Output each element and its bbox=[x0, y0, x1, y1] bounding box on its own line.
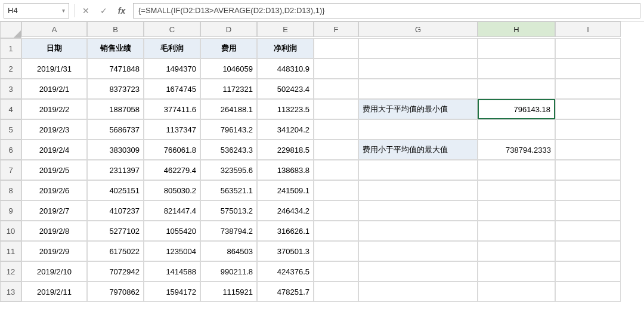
cell-H9[interactable] bbox=[478, 200, 555, 221]
cell-D6[interactable]: 536243.3 bbox=[200, 140, 257, 160]
cell-F11[interactable] bbox=[314, 241, 358, 261]
cell-I6[interactable] bbox=[555, 140, 621, 160]
cell-I10[interactable] bbox=[555, 221, 621, 241]
cell-A3[interactable]: 2019/2/1 bbox=[21, 79, 87, 99]
cell-F4[interactable] bbox=[314, 99, 358, 119]
column-header-G[interactable]: G bbox=[358, 21, 478, 37]
cell-C2[interactable]: 1494370 bbox=[144, 58, 200, 79]
cell-F7[interactable] bbox=[314, 160, 358, 180]
cell-B3[interactable]: 8373723 bbox=[87, 79, 144, 99]
cell-G11[interactable] bbox=[358, 241, 478, 261]
row-header-13[interactable]: 13 bbox=[0, 282, 21, 302]
cell-D9[interactable]: 575013.2 bbox=[200, 200, 257, 221]
column-header-A[interactable]: A bbox=[21, 21, 87, 37]
cell-B4[interactable]: 1887058 bbox=[87, 99, 144, 119]
cell-C9[interactable]: 821447.4 bbox=[144, 200, 200, 221]
cell-E6[interactable]: 229818.5 bbox=[257, 140, 314, 160]
cell-H13[interactable] bbox=[478, 282, 555, 302]
cell-D3[interactable]: 1172321 bbox=[200, 79, 257, 99]
cell-C10[interactable]: 1055420 bbox=[144, 221, 200, 241]
cell-E9[interactable]: 246434.2 bbox=[257, 200, 314, 221]
cell-D5[interactable]: 796143.2 bbox=[200, 119, 257, 140]
row-header-7[interactable]: 7 bbox=[0, 160, 21, 180]
cell-D7[interactable]: 323595.6 bbox=[200, 160, 257, 180]
cell-H11[interactable] bbox=[478, 241, 555, 261]
cell-A9[interactable]: 2019/2/7 bbox=[21, 200, 87, 221]
cell-C5[interactable]: 1137347 bbox=[144, 119, 200, 140]
cell-H7[interactable] bbox=[478, 160, 555, 180]
cell-D11[interactable]: 864503 bbox=[200, 241, 257, 261]
row-header-6[interactable]: 6 bbox=[0, 140, 21, 160]
cell-C8[interactable]: 805030.2 bbox=[144, 180, 200, 200]
cell-E13[interactable]: 478251.7 bbox=[257, 282, 314, 302]
cell-H12[interactable] bbox=[478, 261, 555, 282]
cell-G2[interactable] bbox=[358, 58, 478, 79]
cell-A12[interactable]: 2019/2/10 bbox=[21, 261, 87, 282]
cell-D4[interactable]: 264188.1 bbox=[200, 99, 257, 119]
cell-A11[interactable]: 2019/2/9 bbox=[21, 241, 87, 261]
confirm-icon[interactable]: ✓ bbox=[97, 4, 110, 17]
cell-B7[interactable]: 2311397 bbox=[87, 160, 144, 180]
cell-G13[interactable] bbox=[358, 282, 478, 302]
table-header-4[interactable]: 净利润 bbox=[257, 38, 314, 58]
cell-B2[interactable]: 7471848 bbox=[87, 58, 144, 79]
cell-F1[interactable] bbox=[314, 38, 358, 58]
cell-F3[interactable] bbox=[314, 79, 358, 99]
cell-G12[interactable] bbox=[358, 261, 478, 282]
spreadsheet-grid[interactable]: ABCDEFGHI1日期销售业绩毛利润费用净利润22019/1/31747184… bbox=[0, 21, 644, 302]
column-header-F[interactable]: F bbox=[314, 21, 358, 37]
cell-H8[interactable] bbox=[478, 180, 555, 200]
cell-H10[interactable] bbox=[478, 221, 555, 241]
column-header-I[interactable]: I bbox=[555, 21, 621, 37]
cell-I13[interactable] bbox=[555, 282, 621, 302]
label-max-below-avg[interactable]: 费用小于平均值的最大值 bbox=[358, 140, 478, 160]
cell-G9[interactable] bbox=[358, 200, 478, 221]
cell-F5[interactable] bbox=[314, 119, 358, 140]
cell-I11[interactable] bbox=[555, 241, 621, 261]
cell-E2[interactable]: 448310.9 bbox=[257, 58, 314, 79]
cell-A4[interactable]: 2019/2/2 bbox=[21, 99, 87, 119]
cell-D12[interactable]: 990211.8 bbox=[200, 261, 257, 282]
column-header-E[interactable]: E bbox=[257, 21, 314, 37]
cell-B9[interactable]: 4107237 bbox=[87, 200, 144, 221]
value-min-above-avg[interactable]: 796143.18 bbox=[478, 99, 555, 119]
row-header-1[interactable]: 1 bbox=[0, 38, 21, 58]
row-header-3[interactable]: 3 bbox=[0, 79, 21, 99]
cell-G5[interactable] bbox=[358, 119, 478, 140]
cell-C4[interactable]: 377411.6 bbox=[144, 99, 200, 119]
cell-G1[interactable] bbox=[358, 38, 478, 58]
cell-D2[interactable]: 1046059 bbox=[200, 58, 257, 79]
cell-C3[interactable]: 1674745 bbox=[144, 79, 200, 99]
cell-F9[interactable] bbox=[314, 200, 358, 221]
row-header-10[interactable]: 10 bbox=[0, 221, 21, 241]
cell-G7[interactable] bbox=[358, 160, 478, 180]
row-header-11[interactable]: 11 bbox=[0, 241, 21, 261]
cell-A5[interactable]: 2019/2/3 bbox=[21, 119, 87, 140]
cell-I5[interactable] bbox=[555, 119, 621, 140]
cell-F12[interactable] bbox=[314, 261, 358, 282]
cell-D13[interactable]: 1115921 bbox=[200, 282, 257, 302]
cell-A2[interactable]: 2019/1/31 bbox=[21, 58, 87, 79]
cell-C12[interactable]: 1414588 bbox=[144, 261, 200, 282]
cell-I2[interactable] bbox=[555, 58, 621, 79]
table-header-0[interactable]: 日期 bbox=[21, 38, 87, 58]
table-header-3[interactable]: 费用 bbox=[200, 38, 257, 58]
cell-H1[interactable] bbox=[478, 38, 555, 58]
cell-E10[interactable]: 316626.1 bbox=[257, 221, 314, 241]
cell-G8[interactable] bbox=[358, 180, 478, 200]
row-header-4[interactable]: 4 bbox=[0, 99, 21, 119]
cell-E5[interactable]: 341204.2 bbox=[257, 119, 314, 140]
row-header-8[interactable]: 8 bbox=[0, 180, 21, 200]
cell-A8[interactable]: 2019/2/6 bbox=[21, 180, 87, 200]
formula-input[interactable]: {=SMALL(IF(D2:D13>AVERAGE(D2:D13),D2:D13… bbox=[133, 3, 640, 18]
cell-B5[interactable]: 5686737 bbox=[87, 119, 144, 140]
cell-F13[interactable] bbox=[314, 282, 358, 302]
cell-B8[interactable]: 4025151 bbox=[87, 180, 144, 200]
cell-I7[interactable] bbox=[555, 160, 621, 180]
cell-C11[interactable]: 1235004 bbox=[144, 241, 200, 261]
row-header-9[interactable]: 9 bbox=[0, 200, 21, 221]
fx-icon[interactable]: fx bbox=[115, 4, 128, 17]
cell-D8[interactable]: 563521.1 bbox=[200, 180, 257, 200]
cell-I4[interactable] bbox=[555, 99, 621, 119]
cell-G3[interactable] bbox=[358, 79, 478, 99]
